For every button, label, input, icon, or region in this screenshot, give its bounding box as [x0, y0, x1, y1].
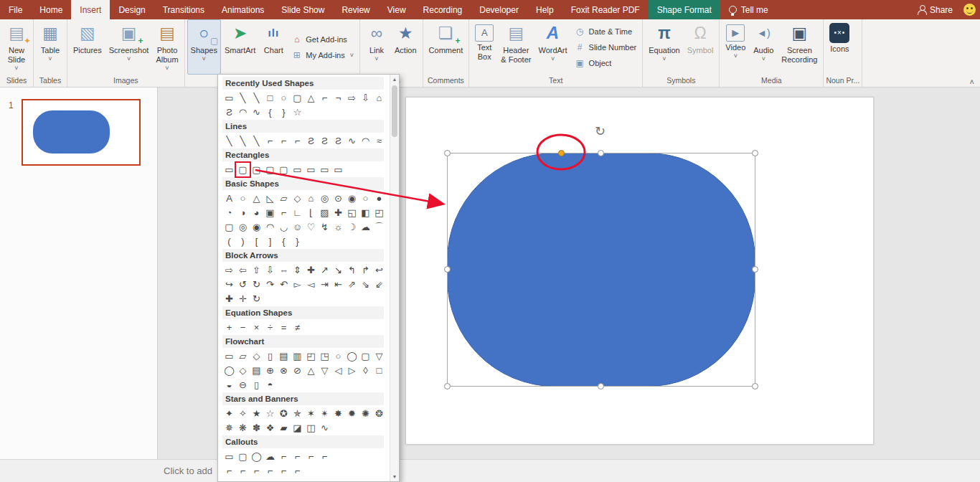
- shape-icon[interactable]: ∿: [318, 421, 331, 435]
- shape-icon[interactable]: ✯: [291, 407, 304, 420]
- shape-icon[interactable]: ❂: [372, 407, 386, 420]
- shape-icon[interactable]: ▢: [263, 163, 277, 176]
- shape-icon[interactable]: ↻: [250, 278, 263, 291]
- shape-icon[interactable]: ◪: [291, 421, 304, 435]
- shape-icon[interactable]: ╲: [236, 134, 250, 148]
- shape-icon[interactable]: ⌐: [291, 450, 304, 463]
- shape-icon[interactable]: ⊕: [263, 364, 277, 377]
- shape-icon[interactable]: ⇨: [345, 91, 359, 105]
- ribbon-button-object[interactable]: ▣Object: [575, 58, 637, 69]
- shape-icon[interactable]: ⌐: [236, 464, 250, 478]
- shape-icon[interactable]: ○: [331, 349, 345, 363]
- tab-foxit-reader-pdf[interactable]: Foxit Reader PDF: [562, 0, 649, 19]
- shape-icon[interactable]: ⌐: [277, 134, 291, 148]
- shape-icon[interactable]: ⌊: [304, 206, 318, 219]
- shape-icon[interactable]: ♡: [304, 220, 318, 234]
- ribbon-button-link[interactable]: ∞Link˅: [362, 19, 391, 75]
- shape-icon[interactable]: ⌐: [318, 450, 331, 463]
- shape-icon[interactable]: ⌐: [318, 91, 331, 105]
- shape-icon[interactable]: }: [277, 105, 291, 119]
- shape-icon[interactable]: ⇦: [236, 263, 250, 277]
- tab-recording[interactable]: Recording: [415, 0, 471, 19]
- shape-icon[interactable]: ▱: [277, 192, 291, 205]
- ribbon-button-get-add-ins[interactable]: ⌂Get Add-ins: [291, 34, 354, 45]
- shape-icon[interactable]: −: [236, 321, 250, 334]
- shape-icon[interactable]: ╲: [250, 91, 263, 105]
- shape-icon[interactable]: ▯: [263, 349, 277, 363]
- shape-icon[interactable]: ⇩: [263, 263, 277, 277]
- shape-icon[interactable]: ∿: [345, 134, 359, 148]
- shape-icon[interactable]: ▻: [291, 278, 304, 291]
- shape-icon[interactable]: ▢: [222, 220, 236, 234]
- shape-icon[interactable]: ↰: [345, 263, 359, 277]
- shape-icon[interactable]: ÷: [263, 321, 277, 334]
- shape-icon[interactable]: ⇘: [359, 278, 372, 291]
- shape-icon[interactable]: ○: [277, 91, 291, 105]
- shape-icon[interactable]: ◎: [236, 220, 250, 234]
- shape-icon[interactable]: ◠: [236, 105, 250, 119]
- shape-icon[interactable]: ○: [236, 192, 250, 205]
- scroll-down-icon[interactable]: ▼: [390, 472, 399, 481]
- ribbon-button-slide-number[interactable]: #Slide Number: [575, 42, 637, 53]
- shape-icon[interactable]: ◇: [291, 192, 304, 205]
- tab-help[interactable]: Help: [527, 0, 562, 19]
- shape-icon[interactable]: ▭: [304, 163, 318, 176]
- shape-icon[interactable]: ◅: [304, 278, 318, 291]
- shape-icon[interactable]: ▯: [250, 378, 263, 392]
- ribbon-button-pictures[interactable]: ▧Pictures: [70, 19, 105, 75]
- shape-icon[interactable]: ⌐: [277, 450, 291, 463]
- slide-thumbnail[interactable]: [22, 99, 141, 166]
- shape-icon[interactable]: ◠: [263, 220, 277, 234]
- shape-icon[interactable]: ◔: [222, 206, 236, 219]
- ribbon-button-screen-recording[interactable]: ▣ScreenRecording: [778, 19, 821, 75]
- shape-icon[interactable]: ∿: [250, 105, 263, 119]
- shape-icon[interactable]: ◯: [345, 349, 359, 363]
- shape-icon[interactable]: ◕: [250, 206, 263, 219]
- shape-icon[interactable]: ╲: [250, 134, 263, 148]
- shape-icon[interactable]: ✧: [236, 407, 250, 420]
- shape-icon[interactable]: ↻: [250, 292, 263, 306]
- shape-icon[interactable]: ✽: [250, 421, 263, 435]
- shape-icon[interactable]: ]: [263, 235, 277, 248]
- shape-icon[interactable]: ▢: [359, 349, 372, 363]
- shape-icon[interactable]: ◫: [304, 421, 318, 435]
- shape-icon[interactable]: △: [304, 91, 318, 105]
- ribbon-button-screenshot[interactable]: ▣+Screenshot˅: [105, 19, 153, 75]
- shape-icon[interactable]: ⇗: [345, 278, 359, 291]
- shape-icon[interactable]: {: [277, 235, 291, 248]
- shape-icon[interactable]: ▤: [250, 364, 263, 377]
- shape-icon[interactable]: ↱: [359, 263, 372, 277]
- ribbon-button-my-add-ins[interactable]: ⊞My Add-ins˅: [291, 50, 354, 61]
- shape-icon[interactable]: ☆: [263, 407, 277, 420]
- shape-icon[interactable]: ⌐: [263, 464, 277, 478]
- shape-icon[interactable]: ▱: [236, 349, 250, 363]
- shape-icon[interactable]: ↘: [331, 263, 345, 277]
- shape-icon[interactable]: ●: [372, 192, 386, 205]
- shape-icon[interactable]: ¬: [331, 91, 345, 105]
- shape-icon[interactable]: ◎: [318, 192, 331, 205]
- shape-icon[interactable]: ⊖: [236, 378, 250, 392]
- shape-icon[interactable]: ⇨: [222, 263, 236, 277]
- shape-icon[interactable]: ⌐: [304, 450, 318, 463]
- shape-icon[interactable]: □: [263, 91, 277, 105]
- shape-icon[interactable]: Ƨ: [318, 134, 331, 148]
- shape-icon[interactable]: ▭: [222, 163, 236, 176]
- shape-icon[interactable]: ⌐: [222, 464, 236, 478]
- shape-icon[interactable]: ▣: [263, 206, 277, 219]
- shape-icon[interactable]: ×: [250, 321, 263, 334]
- shape-icon[interactable]: △: [250, 192, 263, 205]
- shape-icon[interactable]: ◯: [222, 364, 236, 377]
- share-button[interactable]: Share: [918, 0, 953, 19]
- shape-icon[interactable]: A: [222, 192, 236, 205]
- shape-icon[interactable]: ✺: [359, 407, 372, 420]
- shape-icon[interactable]: ⇕: [291, 263, 304, 277]
- shape-icon[interactable]: ≈: [372, 134, 386, 148]
- shape-icon[interactable]: ◓: [263, 378, 277, 392]
- shape-icon[interactable]: ❖: [263, 421, 277, 435]
- shape-icon[interactable]: ▽: [372, 349, 386, 363]
- ribbon-button-text-box[interactable]: ATextBox: [471, 19, 497, 75]
- shape-icon[interactable]: ▷: [345, 364, 359, 377]
- shape-icon[interactable]: ⇔: [277, 263, 291, 277]
- shape-icon[interactable]: ◺: [263, 192, 277, 205]
- shape-icon[interactable]: ▭: [222, 91, 236, 105]
